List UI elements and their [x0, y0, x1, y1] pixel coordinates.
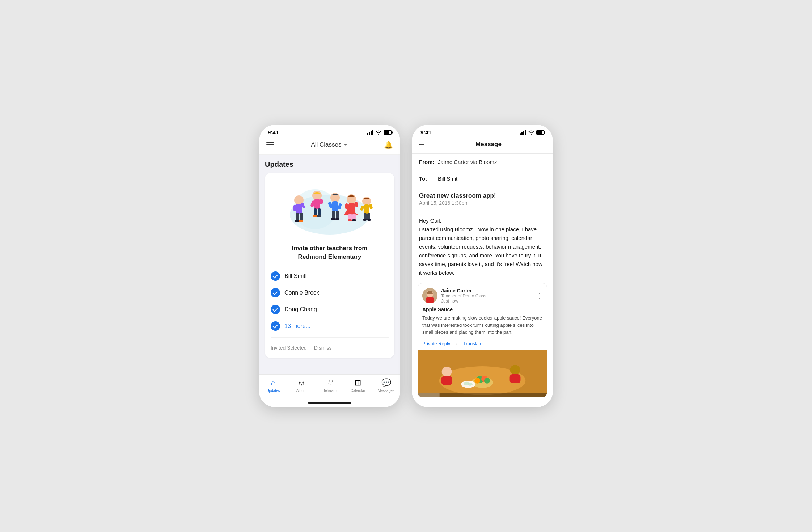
- message-content: From: Jaime Carter via Bloomz To: Bill S…: [412, 154, 553, 407]
- svg-rect-13: [320, 199, 323, 204]
- signal-icon: [367, 130, 373, 135]
- status-time-2: 9:41: [420, 129, 431, 135]
- post-title: Apple Sauce: [418, 307, 547, 314]
- album-tab-label: Album: [296, 389, 306, 393]
- post-actions: Private Reply · Translate: [418, 339, 547, 350]
- card-title: Invite other teachers fromRedmond Elemen…: [271, 244, 389, 261]
- invite-item-bill[interactable]: Bill Smith: [271, 268, 389, 284]
- updates-tab-icon: ⌂: [271, 378, 275, 388]
- svg-rect-32: [348, 219, 352, 221]
- class-selector[interactable]: All Classes: [311, 141, 347, 148]
- tab-album[interactable]: ☺ Album: [287, 378, 316, 393]
- back-button[interactable]: ←: [418, 140, 426, 148]
- invite-card: Invite other teachers fromRedmond Elemen…: [265, 173, 394, 358]
- wifi-icon: [376, 130, 381, 135]
- updates-heading: Updates: [265, 160, 394, 169]
- card-illustration: [271, 180, 389, 238]
- svg-rect-25: [335, 218, 339, 220]
- message-screen-title: Message: [430, 141, 547, 148]
- chevron-down-icon: [344, 144, 347, 146]
- class-title: All Classes: [311, 141, 341, 148]
- invite-name-connie: Connie Brock: [284, 290, 319, 296]
- battery-icon: [384, 130, 392, 135]
- post-menu-button[interactable]: ⋮: [536, 292, 542, 300]
- card-actions: Invited Selected Dismiss: [271, 337, 389, 352]
- private-reply-button[interactable]: Private Reply: [422, 341, 450, 346]
- to-label: To:: [419, 176, 435, 182]
- tab-updates[interactable]: ⌂ Updates: [259, 378, 287, 393]
- subject-area: Great new classroom app! April 15, 2016 …: [412, 187, 553, 207]
- from-label: From:: [419, 159, 435, 165]
- messages-tab-icon: 💬: [381, 378, 391, 388]
- screen-message: 9:41 ← Message From: Jaime Carter via Bl…: [412, 125, 553, 407]
- dismiss-button[interactable]: Dismiss: [314, 343, 332, 352]
- message-body: Hey Gail, I started using Bloomz. Now in…: [412, 215, 553, 283]
- svg-point-54: [442, 367, 452, 377]
- status-icons-2: [520, 130, 544, 135]
- post-author-info: Jaime Carter Teacher of Demo Class Just …: [441, 288, 532, 304]
- post-author-name: Jaime Carter: [441, 288, 532, 294]
- svg-rect-11: [314, 199, 320, 209]
- from-field: From: Jaime Carter via Bloomz: [412, 154, 553, 170]
- svg-rect-40: [363, 219, 367, 221]
- status-icons-1: [367, 130, 392, 135]
- status-bar-2: 9:41: [412, 125, 553, 138]
- invite-selected-button[interactable]: Invited Selected: [271, 343, 307, 352]
- svg-point-53: [484, 377, 490, 383]
- message-nav-header: ← Message: [412, 138, 553, 154]
- check-icon-connie: [271, 288, 280, 297]
- to-value: Bill Smith: [438, 176, 461, 182]
- message-divider: [419, 211, 546, 211]
- kids-illustration: [279, 180, 380, 238]
- svg-rect-55: [441, 376, 452, 385]
- svg-rect-37: [369, 204, 373, 210]
- svg-rect-17: [317, 215, 321, 217]
- invite-list: Bill Smith Connie Brock Doug Chang 13 mo…: [271, 268, 389, 334]
- message-date: April 15, 2016 1:30pm: [419, 200, 546, 206]
- post-avatar: [422, 288, 437, 303]
- svg-rect-6: [296, 213, 299, 221]
- invite-item-more[interactable]: 13 more...: [271, 318, 389, 334]
- svg-rect-41: [367, 219, 371, 221]
- svg-rect-7: [300, 213, 303, 221]
- invite-item-connie[interactable]: Connie Brock: [271, 284, 389, 301]
- wifi-icon-2: [528, 130, 534, 135]
- svg-rect-9: [299, 220, 303, 222]
- svg-rect-57: [510, 374, 521, 383]
- tab-messages[interactable]: 💬 Messages: [372, 378, 400, 393]
- translate-button[interactable]: Translate: [463, 341, 483, 346]
- album-tab-icon: ☺: [297, 378, 305, 388]
- tab-behavior[interactable]: ♡ Behavior: [316, 378, 344, 393]
- messages-tab-label: Messages: [378, 389, 394, 393]
- menu-button[interactable]: [266, 142, 274, 147]
- svg-point-52: [474, 377, 480, 383]
- updates-content: Updates: [259, 155, 400, 374]
- nav-header: All Classes 🔔: [259, 138, 400, 155]
- invite-name-doug: Doug Chang: [284, 306, 317, 313]
- behavior-tab-label: Behavior: [322, 389, 337, 393]
- invite-item-doug[interactable]: Doug Chang: [271, 301, 389, 318]
- screen-updates: 9:41 All Classes 🔔 Updates: [259, 125, 400, 407]
- post-time: Just now: [441, 299, 532, 304]
- svg-point-56: [510, 365, 520, 375]
- status-time-1: 9:41: [268, 129, 279, 135]
- action-separator: ·: [456, 341, 457, 346]
- svg-rect-8: [295, 220, 299, 222]
- post-image: [418, 350, 547, 397]
- invite-name-more: 13 more...: [284, 323, 310, 329]
- post-author-role: Teacher of Demo Class: [441, 294, 532, 299]
- check-icon-bill: [271, 271, 280, 281]
- svg-rect-35: [364, 204, 369, 214]
- tab-calendar[interactable]: ⊞ Calendar: [344, 378, 372, 393]
- calendar-tab-icon: ⊞: [355, 378, 361, 388]
- check-icon-doug: [271, 305, 280, 314]
- svg-rect-28: [345, 203, 348, 209]
- svg-point-60: [468, 383, 473, 385]
- status-bar-1: 9:41: [259, 125, 400, 138]
- svg-rect-16: [313, 215, 317, 217]
- post-body: Today we are making slow cooker apple sa…: [418, 314, 547, 339]
- notifications-button[interactable]: 🔔: [384, 140, 393, 149]
- calendar-tab-label: Calendar: [351, 389, 365, 393]
- svg-rect-62: [418, 393, 440, 397]
- behavior-tab-icon: ♡: [326, 378, 333, 388]
